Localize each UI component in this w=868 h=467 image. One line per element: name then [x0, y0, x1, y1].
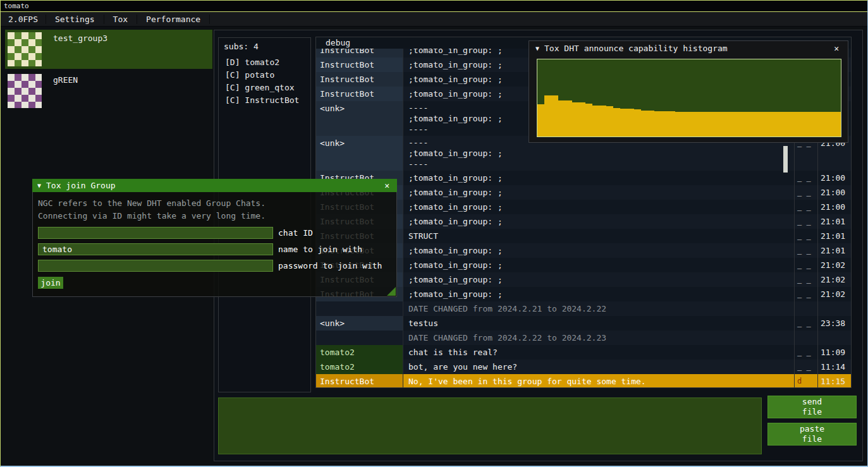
histogram-bar — [772, 112, 779, 136]
resize-grip-icon[interactable] — [387, 287, 396, 296]
histogram-bar — [758, 112, 765, 136]
histogram-bar — [551, 95, 558, 136]
chat-row[interactable]: DATE CHANGED from 2024.2.21 to 2024.2.22 — [316, 301, 851, 316]
chat-sender-name — [316, 301, 403, 316]
histogram-bar — [537, 104, 544, 136]
chat-row[interactable]: DATE CHANGED from 2024.2.22 to 2024.2.23 — [316, 331, 851, 345]
dht-histogram-plot — [537, 59, 841, 137]
dht-histogram-window: ▼ Tox DHT announce capability histogram … — [529, 40, 848, 143]
chat-message-time: 11:15 — [817, 374, 851, 388]
chat-row[interactable]: tomato2 chat is this real? _ _ 11:09 — [316, 345, 851, 360]
member-list: [D] tomato2[C] potato[C] green_qtox[C] I… — [219, 56, 310, 107]
paste-file-button[interactable]: paste file — [767, 423, 857, 446]
chat-message-status: _ _ — [794, 229, 817, 243]
histogram-bar — [572, 102, 579, 136]
join-group-body: NGC refers to the New DHT enabled Group … — [32, 192, 397, 297]
chat-scrollbar-thumb[interactable] — [783, 146, 788, 173]
histogram-bar — [585, 104, 592, 136]
menu-item-settings[interactable]: Settings — [46, 15, 104, 24]
histogram-bar — [703, 112, 710, 136]
app-window: tomato 2.0FPS SettingsToxPerformance tes… — [0, 0, 868, 467]
histogram-bar — [558, 100, 565, 136]
dht-histogram-title: Tox DHT announce capability histogram — [544, 44, 728, 53]
join-button[interactable]: join — [38, 277, 63, 289]
chat-message-time: 11:14 — [817, 360, 851, 374]
histogram-bar — [834, 112, 841, 136]
chat-sender-name: InstructBot — [316, 72, 403, 87]
chat-message-status: _ _ — [794, 360, 817, 374]
join-password-input[interactable] — [38, 260, 273, 272]
chat-id-input[interactable] — [38, 227, 273, 239]
close-icon[interactable]: ✕ — [382, 181, 392, 190]
chat-message-status: _ _ — [794, 200, 817, 214]
chat-row[interactable]: InstructBot No, I've been in this group … — [316, 374, 851, 388]
chat-id-label: chat ID — [278, 228, 313, 238]
histogram-bar — [592, 106, 599, 136]
histogram-bar — [668, 111, 675, 136]
chat-message-time: 21:00 — [817, 185, 851, 200]
group-avatar — [8, 32, 42, 66]
histogram-bar — [710, 112, 717, 136]
histogram-bar — [544, 95, 551, 136]
chat-sender-name: InstructBot — [316, 374, 403, 388]
ngc-info-line2: Connecting via ID might take a very long… — [38, 210, 391, 222]
subs-count-label: subs: 4 — [219, 38, 310, 56]
histogram-bar — [820, 112, 827, 136]
close-icon[interactable]: ✕ — [831, 44, 841, 53]
histogram-bar — [827, 112, 834, 136]
send-file-button[interactable]: send file — [767, 396, 857, 418]
chat-message-time — [817, 301, 851, 316]
chat-message-time — [817, 331, 851, 345]
histogram-bar — [689, 112, 696, 136]
collapse-icon[interactable]: ▼ — [37, 182, 41, 189]
chat-message-status: _ _ — [794, 185, 817, 200]
message-input[interactable] — [218, 397, 762, 454]
join-group-titlebar[interactable]: ▼ Tox join Group ✕ — [32, 179, 397, 192]
chat-message-status: _ _ — [794, 316, 817, 331]
menubar: 2.0FPS SettingsToxPerformance — [1, 12, 867, 27]
chat-row[interactable]: tomato2 bot, are you new here? _ _ 11:14 — [316, 360, 851, 374]
histogram-bar — [799, 112, 806, 136]
chat-message-text: No, I've been in this group for quite so… — [403, 374, 794, 388]
chat-message-text: bot, are you new here? — [403, 360, 794, 374]
chat-message-time: 23:38 — [817, 316, 851, 331]
menubar-items: SettingsToxPerformance — [46, 12, 210, 26]
window-titlebar[interactable]: tomato — [1, 1, 867, 12]
member-item[interactable]: [C] potato — [219, 69, 310, 82]
chat-sender-name: InstructBot — [316, 58, 403, 72]
menu-item-performance[interactable]: Performance — [137, 15, 210, 24]
chat-message-text: chat is this real? — [403, 345, 794, 360]
ngc-info-line1: NGC refers to the New DHT enabled Group … — [38, 197, 391, 210]
chat-message-text: ;tomato_in_group: ; — [403, 200, 794, 214]
chat-message-time: 21:02 — [817, 258, 851, 272]
chat-message-time: 21:01 — [817, 214, 851, 229]
chat-message-status — [794, 331, 817, 345]
member-item[interactable]: [D] tomato2 — [219, 56, 310, 69]
chat-message-status: _ _ — [794, 171, 817, 185]
menu-item-tox[interactable]: Tox — [104, 15, 137, 24]
dht-histogram-titlebar[interactable]: ▼ Tox DHT announce capability histogram … — [529, 41, 848, 55]
chat-sender-name: tomato2 — [316, 345, 403, 360]
histogram-bar — [723, 112, 730, 136]
chat-sender-name: <unk> — [316, 101, 403, 136]
collapse-icon[interactable]: ▼ — [535, 45, 539, 52]
histogram-bar — [634, 109, 641, 136]
chat-message-text: ;tomato_in_group: ; — [403, 214, 794, 229]
group-name: test_group3 — [44, 30, 107, 43]
chat-message-text: ;tomato_in_group: ; — [403, 287, 794, 301]
histogram-bar — [599, 106, 606, 136]
member-item[interactable]: [C] InstructBot — [219, 94, 310, 107]
join-name-input[interactable]: tomato — [38, 243, 273, 255]
group-name: gREEN — [44, 71, 78, 85]
chat-sender-name: <unk> — [316, 136, 403, 171]
member-item[interactable]: [C] green_qtox — [219, 82, 310, 94]
histogram-bar — [654, 111, 661, 136]
chat-message-time: 21:00 — [817, 171, 851, 185]
histogram-bar — [606, 106, 613, 136]
join-name-label: name to join with — [278, 245, 362, 254]
histogram-bar — [765, 112, 772, 136]
group-item-gREEN[interactable]: gREEN — [5, 71, 212, 111]
group-item-test_group3[interactable]: test_group3 — [5, 30, 212, 69]
chat-row[interactable]: <unk> testus _ _ 23:38 — [316, 316, 851, 331]
chat-message-status — [794, 301, 817, 316]
